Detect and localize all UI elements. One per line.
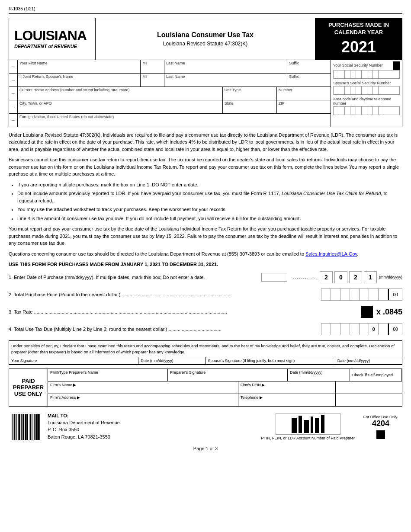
l2-d5[interactable] [360,289,369,300]
address-label: Current Home Address (number and street … [19,88,221,92]
preparer-signature-cell[interactable]: Preparer's Signature [168,369,288,381]
state-label: State [225,101,275,106]
line4-cents: 00 [388,324,402,335]
spouse-suffix-field[interactable]: Suffix [287,74,331,87]
preparer-name-cell[interactable]: Print/Type Preparer's Name [48,369,168,381]
l4-d5[interactable] [360,324,369,335]
year-digit-4[interactable]: 1 [364,271,377,283]
zip-field[interactable]: ZIP [277,100,331,113]
preparer-row-3: Firm's Address ▶ Telephone ▶ [48,394,402,406]
spouse-name-field[interactable]: If Joint Return, Spouse's Name [18,74,141,87]
line1-date-fields[interactable]: 2 0 2 1 [320,271,377,283]
address-field[interactable]: Current Home Address (number and street … [18,87,223,100]
line4-input-area: 0 00 [321,323,402,335]
firm-fein-value[interactable] [336,381,402,394]
unit-type-field[interactable]: Unit Type [223,87,277,100]
signature-section: Under penalties of perjury, I declare th… [9,340,402,365]
preparer-date-label: Date (mm/dd/yyyy) [290,370,323,375]
svg-rect-9 [22,414,22,440]
unit-type-label: Unit Type [225,88,275,92]
telephone-value[interactable] [336,394,402,406]
suffix-field[interactable]: Suffix [287,60,331,73]
firm-address-cell[interactable]: Firm's Address ▶ [48,394,238,406]
l4-d7[interactable] [379,324,388,335]
your-signature-cell[interactable]: Your Signature [9,357,138,364]
logo-department: DEPARTMENT of REVENUE [14,44,90,49]
number-field[interactable]: Number [277,87,331,100]
l2-d6[interactable] [369,289,379,300]
line1-dots: ............ [291,275,320,280]
state-field[interactable]: State [223,100,277,113]
check-cell[interactable]: Check if Self-employed [350,369,402,381]
tel-digit-1 [334,107,339,115]
svg-rect-10 [23,414,24,440]
telephone-cell[interactable]: Telephone ▶ [238,394,336,406]
l2-d1[interactable] [321,289,331,300]
mi-field[interactable]: MI [141,60,164,73]
firm-name-label: Firm's Name ▶ [50,383,76,387]
form-number: R-1035 (1/21) [9,6,402,11]
spouse-last-name-field[interactable]: Last Name [164,74,287,87]
spouse-sig-label: Spouse's Signature (If filing jointly, b… [208,359,295,363]
l4-d1[interactable] [321,324,331,335]
ssn-digit-1 [334,71,339,78]
l4-d4[interactable] [350,324,360,335]
tel-digit-8 [373,107,379,115]
spouse-sig-cell[interactable]: Spouse's Signature (If filing jointly, b… [206,357,335,364]
svg-rect-15 [30,414,31,440]
spouse-mi-field[interactable]: MI [141,74,164,87]
your-ssn-label: Your Social Security Number [333,63,383,67]
logo-area: LOUISIANA DEPARTMENT of REVENUE [9,18,96,60]
line4-digit-boxes[interactable]: 0 00 [321,323,402,335]
last-name-label: Last Name [166,61,285,65]
your-ssn-boxes[interactable] [333,70,400,79]
line1-checkbox[interactable] [261,273,287,282]
foreign-field[interactable]: Foreign Nation, if not United States (do… [18,114,331,127]
tel-boxes[interactable] [333,106,400,115]
line2: 2. Total Purchase Price (Round to the ne… [9,288,402,301]
arrow-city: → [9,100,18,113]
foreign-row: → Foreign Nation, if not United States (… [9,114,331,127]
your-sig-date-cell[interactable]: Date (mm/dd/yyyy) [138,357,206,364]
l4-d6[interactable]: 0 [369,324,379,335]
year-digit-1[interactable]: 2 [320,271,333,283]
svg-rect-7 [19,414,20,440]
form-title: Louisiana Consumer Use Tax [157,31,254,39]
ssn-black-box [393,61,400,70]
bullet-list: If you are reporting multiple purchases,… [17,181,402,222]
your-sig-date-label: Date (mm/dd/yyyy) [141,359,173,363]
l4-d3[interactable] [340,324,350,335]
for-office-label: For Office Use Only. [363,415,398,419]
spouse-ssn-digit-9 [379,87,384,94]
city-row: → City, Town, or APO State ZIP [9,100,331,114]
l2-d3[interactable] [340,289,350,300]
l2-d4[interactable] [350,289,360,300]
year-digit-3[interactable]: 2 [349,271,362,283]
svg-rect-18 [34,414,35,440]
city-field[interactable]: City, Town, or APO [18,100,223,113]
last-name-field[interactable]: Last Name [164,60,287,73]
office-black-box [376,430,385,439]
ssn-digit-6 [362,71,367,78]
l4-d2[interactable] [331,324,340,335]
ssn-panel: Your Social Security Number Spouse's Soc… [331,60,402,127]
l2-d7[interactable] [379,289,388,300]
preparer-date-cell[interactable]: Date (mm/dd/yyyy) [288,369,350,381]
spouse-sig-date-cell[interactable]: Date (mm/dd/yyyy) [335,357,402,364]
barcode-area [9,411,43,443]
l2-d2[interactable] [331,289,340,300]
year-digit-2[interactable]: 0 [334,271,347,283]
first-name-label: Your First Name [19,61,138,65]
spouse-ssn-label: Spouse's Social Security Number [333,81,400,85]
email-link[interactable]: Sales.Inquiries@LA.Gov [305,251,357,256]
spouse-row: → If Joint Return, Spouse's Name MI Last… [9,74,331,87]
line4-label: 4. Total Use Tax Due (Multiply Line 2 by… [9,327,321,332]
spouse-ssn-digit-8 [373,87,379,94]
spouse-ssn-boxes[interactable] [333,86,400,95]
firm-name-cell[interactable]: Firm's Name ▶ [48,381,238,394]
first-name-field[interactable]: Your First Name [18,60,141,73]
spouse-ssn-digit-6 [362,87,367,94]
firm-fein-cell[interactable]: Firm's FEIN ▶ [238,381,336,394]
line2-digit-boxes[interactable]: 00 [321,288,402,301]
mi-label: MI [142,61,162,65]
